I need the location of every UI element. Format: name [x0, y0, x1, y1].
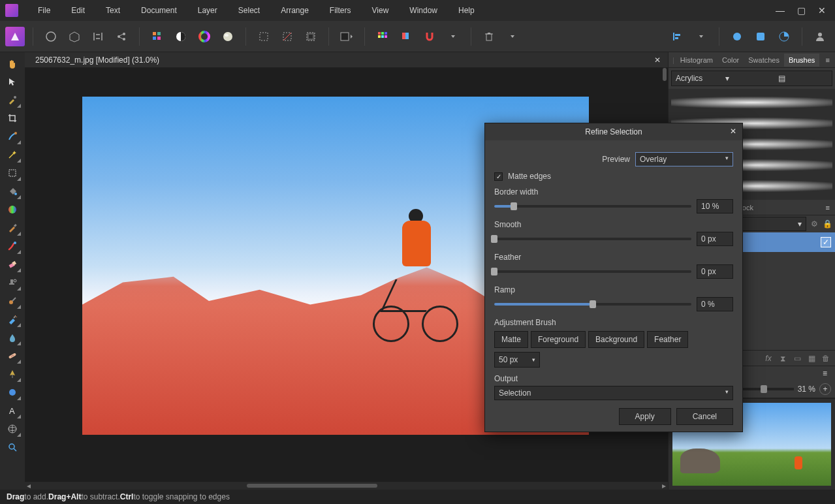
menu-file[interactable]: File: [29, 2, 59, 19]
dodge-tool[interactable]: [3, 311, 22, 328]
blur-tool[interactable]: [3, 329, 22, 346]
brush-mode-matte[interactable]: Matte: [494, 331, 528, 348]
hourglass-icon[interactable]: ⧗: [778, 353, 788, 364]
toolbar-sphere-icon[interactable]: [218, 27, 238, 46]
toolbar-marquee-icon[interactable]: [254, 27, 274, 46]
hand-tool[interactable]: [3, 55, 22, 72]
erase-tool[interactable]: [3, 256, 22, 273]
toolbar-account-icon[interactable]: [810, 27, 830, 46]
toolbar-grid-icon[interactable]: [373, 27, 392, 46]
window-maximize-button[interactable]: ▢: [793, 3, 809, 18]
menu-select[interactable]: Select: [229, 2, 269, 19]
marquee-tool[interactable]: [3, 165, 22, 181]
toolbar-magnet-icon[interactable]: [420, 27, 439, 46]
preview-select[interactable]: Overlay▾: [635, 152, 733, 166]
tab-swatches[interactable]: Swatches: [744, 54, 784, 67]
brush-mode-foreground[interactable]: Foreground: [531, 331, 586, 348]
toolbar-invert-selection-icon[interactable]: [301, 27, 321, 46]
text-tool[interactable]: A: [3, 402, 22, 419]
toolbar-align-left-icon[interactable]: [668, 27, 687, 46]
scroll-right-icon[interactable]: ▸: [660, 482, 668, 490]
menu-edit[interactable]: Edit: [62, 2, 94, 19]
toolbar-contrast-icon[interactable]: [171, 27, 191, 46]
cancel-button[interactable]: Cancel: [676, 408, 733, 425]
apply-button[interactable]: Apply: [619, 408, 671, 425]
crop-tool[interactable]: [3, 110, 22, 127]
toolbar-dropdown-2-icon[interactable]: [503, 27, 522, 46]
add-layer-button[interactable]: +: [819, 383, 831, 395]
toolbar-dropdown-3-icon[interactable]: [691, 27, 711, 46]
document-tab[interactable]: 25067632_m.jpg [Modified] (31.0%): [30, 55, 165, 65]
scroll-left-icon[interactable]: ◂: [25, 482, 33, 490]
mesh-tool[interactable]: [3, 420, 22, 437]
paint-mixer-tool[interactable]: [3, 238, 22, 255]
menu-text[interactable]: Text: [97, 2, 129, 19]
adjustment-icon[interactable]: ▦: [806, 353, 817, 364]
toolbar-fill-icon[interactable]: [337, 27, 356, 46]
document-close-button[interactable]: ✕: [652, 55, 663, 65]
toolbar-flag-icon[interactable]: [396, 27, 416, 46]
delete-layer-icon[interactable]: 🗑: [821, 353, 831, 364]
toolbar-trash-icon[interactable]: [479, 27, 499, 46]
inpainting-tool[interactable]: [3, 292, 22, 309]
zoom-tool[interactable]: [3, 439, 22, 456]
color-picker-tool[interactable]: [3, 91, 22, 108]
brush-list-icon[interactable]: ▤: [778, 74, 828, 83]
panel-menu-3-icon[interactable]: ≡: [820, 369, 830, 378]
toolbar-swatches-icon[interactable]: [148, 27, 167, 46]
tab-histogram[interactable]: Histogram: [676, 54, 717, 67]
lock-icon[interactable]: 🔒: [822, 219, 832, 229]
dialog-close-button[interactable]: ✕: [728, 126, 738, 136]
menu-layer[interactable]: Layer: [189, 2, 227, 19]
toolbar-deselect-icon[interactable]: [277, 27, 297, 46]
magic-wand-tool[interactable]: [3, 146, 22, 163]
toolbar-shape3-icon[interactable]: [774, 27, 794, 46]
menu-view[interactable]: View: [363, 2, 398, 19]
brush-preview-item[interactable]: [671, 93, 832, 112]
output-select[interactable]: Selection▾: [494, 386, 733, 400]
folder-icon[interactable]: ▭: [792, 353, 802, 364]
toolbar-circle-icon[interactable]: [41, 27, 61, 46]
menu-filters[interactable]: Filters: [321, 2, 360, 19]
matte-edges-checkbox[interactable]: [494, 172, 503, 181]
ramp-slider[interactable]: [494, 303, 691, 306]
fx-icon[interactable]: fx: [763, 353, 774, 364]
toolbar-shape1-icon[interactable]: [727, 27, 747, 46]
panel-menu-icon[interactable]: ≡: [823, 56, 832, 64]
window-close-button[interactable]: ✕: [814, 3, 830, 18]
menu-document[interactable]: Document: [132, 2, 186, 19]
ramp-value[interactable]: 0 %: [697, 297, 733, 311]
smooth-slider[interactable]: [494, 238, 691, 240]
border-width-slider[interactable]: [494, 205, 691, 208]
move-tool[interactable]: [3, 73, 22, 90]
toolbar-shape2-icon[interactable]: [751, 27, 770, 46]
clone-tool[interactable]: [3, 274, 22, 291]
menu-arrange[interactable]: Arrange: [272, 2, 318, 19]
layer-visibility-checkbox[interactable]: ✓: [821, 237, 831, 247]
feather-value[interactable]: 0 px: [697, 264, 733, 279]
window-minimize-button[interactable]: —: [772, 3, 788, 18]
toolbar-align-icon[interactable]: [88, 27, 108, 46]
brush-category-select[interactable]: Acrylics ▾ ▤: [671, 71, 832, 86]
panel-menu-2-icon[interactable]: ≡: [823, 204, 832, 212]
flood-fill-tool[interactable]: [3, 183, 22, 200]
toolbar-cube-icon[interactable]: [65, 27, 84, 46]
persona-icon[interactable]: [5, 27, 25, 46]
border-width-value[interactable]: 10 %: [697, 199, 733, 213]
vertical-scrollbar[interactable]: [663, 68, 667, 81]
toolbar-dropdown-icon[interactable]: [443, 27, 463, 46]
gear-icon[interactable]: ⚙: [809, 219, 819, 229]
selection-brush-tool[interactable]: [3, 128, 22, 145]
tab-color[interactable]: Color: [717, 54, 744, 67]
horizontal-scrollbar[interactable]: [247, 484, 377, 488]
tab-brushes[interactable]: Brushes: [784, 54, 819, 67]
feather-slider[interactable]: [494, 270, 691, 273]
brush-mode-background[interactable]: Background: [588, 331, 644, 348]
menu-window[interactable]: Window: [400, 2, 447, 19]
toolbar-share-icon[interactable]: [112, 27, 131, 46]
paint-brush-tool[interactable]: [3, 219, 22, 236]
smooth-value[interactable]: 0 px: [697, 232, 733, 246]
toolbar-color-wheel-icon[interactable]: [195, 27, 214, 46]
menu-help[interactable]: Help: [449, 2, 484, 19]
pen-tool[interactable]: [3, 366, 22, 383]
